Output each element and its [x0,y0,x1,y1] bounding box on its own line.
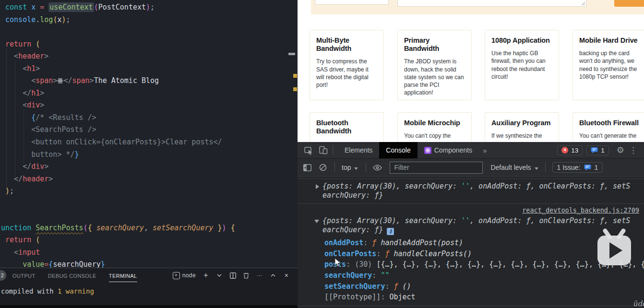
console-sidebar-icon[interactable] [303,164,311,171]
post-card-title: Bluetooth Bandwidth [316,119,377,135]
terminal-dropdown-button[interactable] [216,272,223,279]
console-prompt[interactable]: > [298,306,644,308]
react-icon [424,147,431,154]
tab-output[interactable]: OUTPUT [12,269,36,282]
property-value: ƒ [385,249,394,258]
property-value: Object [389,293,415,301]
close-panel-button[interactable]: × [283,272,290,279]
node-icon: > [173,272,180,279]
terminal-output: compiled with 1 warning [0,283,298,295]
divider [545,163,546,172]
property-key: onClearPosts [324,249,376,258]
code-line: ); [1,185,235,198]
error-count-badge[interactable]: × 13 [557,145,583,155]
split-terminal-button[interactable] [229,272,236,279]
collapse-arrow-icon[interactable] [314,220,319,223]
code-line: </h1> [1,87,235,100]
terminal-output-text: compiled with [1,287,58,295]
issues-counter[interactable]: 1 Issue: 1 [552,162,603,173]
new-terminal-button[interactable]: + [203,272,209,279]
body-textarea[interactable] [397,0,586,7]
property-value: "" [381,271,389,280]
console-toolbar: top Default levels 1 Issue: 1 [298,159,644,177]
code-line [1,198,235,210]
devtools-menu-icon[interactable]: ⋮ [629,145,637,155]
post-card-title: Multi-Byte Bandwidth [316,36,377,53]
add-post-button[interactable] [614,0,644,7]
tab-components[interactable]: Components [417,142,479,158]
inspect-element-icon[interactable] [304,146,313,155]
property-value: handleClearPosts() [394,249,472,258]
code-line: <div> [1,99,235,112]
warning-ruler-mark [293,74,297,78]
code-editor[interactable]: const x = useContext(PostContext); conso… [0,0,298,308]
more-tabs-button[interactable]: » [483,146,487,154]
device-toolbar-icon[interactable] [319,146,328,154]
post-card-body: backing up the card won't do anything, w… [579,49,643,81]
shell-selector[interactable]: > node [173,272,196,279]
devtools-panel: Elements Console Components » × 13 1 ⚙ ⋮ [298,142,644,308]
clear-console-icon[interactable] [319,164,327,171]
issue-count-badge[interactable]: 1 [586,145,609,155]
post-card-body: You can't generate the [579,132,643,140]
source-link[interactable]: react_devtools_backend.js:2709 [298,204,644,216]
chevron-down-icon [535,167,538,170]
filter-input[interactable] [390,162,483,174]
code-content: const x = useContext(PostContext); conso… [1,1,235,271]
issue-icon [591,147,598,154]
code-line: const x = useContext(PostContext); [1,1,235,14]
post-card-body: If we synthesize the [491,132,552,140]
property-key: onAddPost [324,238,363,247]
context-selector[interactable]: top [342,164,358,171]
video-play-overlay[interactable] [595,227,633,269]
warning-ruler-mark [293,87,297,91]
code-line: <header> [1,50,235,63]
post-card-title: 1080p Application [491,36,552,45]
post-card-title: Mobile Hard Drive [579,36,643,45]
divider [366,163,366,172]
tab-elements[interactable]: Elements [338,142,379,158]
property-value: ƒ [394,282,403,291]
post-card-title: Bluetooth Firewall [579,119,643,127]
post-card: Multi-Byte BandwidthTry to compress the … [310,30,384,100]
notification-badge[interactable]: 2 [0,270,6,281]
code-line: <input [1,247,235,259]
code-line: <span></span>The Atomic Blog [1,75,235,87]
object-preview[interactable]: {posts: Array(30), searchQuery: '', onAd… [322,216,633,235]
property-key: searchQuery [324,271,372,280]
code-line: <SearchPosts /> [1,124,235,136]
terminal-warning-text: 1 warning [58,287,94,295]
log-levels-selector[interactable]: Default levels [490,164,538,171]
atom-icon [57,76,63,85]
kill-terminal-button[interactable] [243,272,250,279]
property-value: () [403,282,411,291]
status-bar [0,305,298,308]
settings-gear-icon[interactable]: ⚙ [617,145,624,155]
textarea-resize-handle[interactable] [581,1,585,5]
property-value: ƒ [372,238,381,247]
tab-debug-console[interactable]: DEBUG CONSOLE [48,269,96,282]
shell-label: node [182,272,196,279]
code-line: </div> [1,161,235,173]
property-value: handleAddPost(post) [381,238,463,247]
title-input[interactable] [315,0,389,5]
issue-count: 1 [601,147,605,154]
chevron-down-icon [354,167,358,170]
info-icon[interactable]: i [387,228,394,235]
expanded-preview-row: {posts: Array(30), searchQuery: '', onAd… [298,216,644,237]
maximize-panel-button[interactable] [270,272,276,279]
terminal-panel: 2 OUTPUT DEBUG CONSOLE TERMINAL > node + [0,268,298,306]
code-line: unction SearchPosts({ searchQuery, setSe… [1,222,235,235]
expand-arrow-icon[interactable] [316,184,319,189]
more-actions-button[interactable]: ⋯ [256,272,263,279]
object-preview[interactable]: {posts: Array(30), searchQuery: '', onAd… [322,182,633,200]
post-card-title: Mobile Microchip [404,119,465,127]
code-line: <button onClick={onClearPosts}>Clear pos… [1,136,235,149]
tab-console[interactable]: Console [379,142,417,158]
tab-terminal[interactable]: TERMINAL [109,269,137,282]
live-expression-eye-icon[interactable] [373,165,382,171]
object-property-row: [[Prototype]]: Object [324,292,644,303]
divider [334,163,335,172]
divider [333,145,333,155]
code-line: return ( [1,38,235,51]
